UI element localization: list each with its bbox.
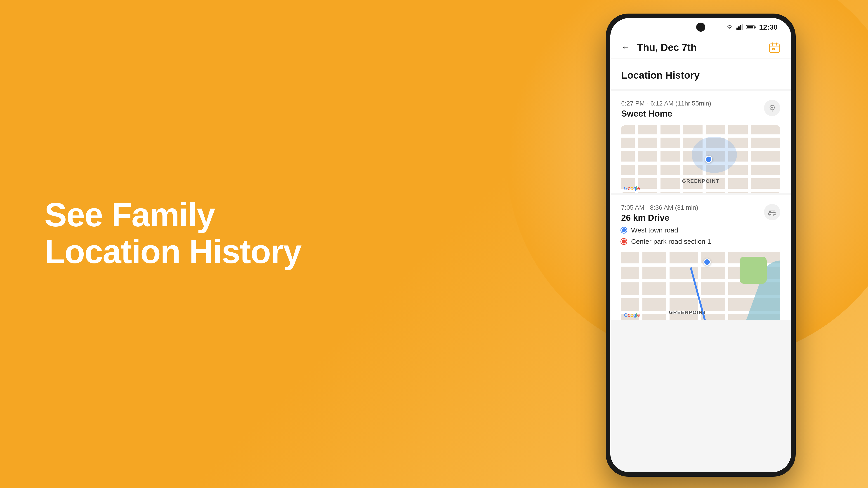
section-title: Location History	[621, 70, 780, 81]
svg-rect-0	[737, 28, 738, 30]
svg-rect-5	[747, 26, 753, 29]
route-to-label: Center park road section 1	[631, 238, 711, 246]
content-area: Location History 6:27 PM - 6:12 AM (11hr…	[610, 59, 791, 472]
map-label-1: GREENPOINT	[682, 178, 719, 184]
card-time-2: 7:05 AM - 8:36 AM (31 min)	[621, 204, 698, 211]
back-button[interactable]: ←	[621, 42, 630, 53]
sweet-home-map: GREENPOINT Google	[621, 125, 780, 193]
phone-mockup: 12:30 ← Thu, Dec 7th	[606, 13, 796, 477]
card-name-2: 26 km Drive	[621, 213, 698, 223]
camera-notch	[696, 23, 705, 32]
drive-card[interactable]: 7:05 AM - 8:36 AM (31 min) 26 km Drive	[610, 195, 791, 320]
battery-icon	[746, 25, 756, 30]
card-info-1: 6:27 PM - 6:12 AM (11hr 55min) Sweet Hom…	[621, 100, 711, 119]
road	[748, 125, 751, 193]
calendar-icon[interactable]	[769, 41, 780, 53]
road	[621, 189, 780, 192]
road	[657, 125, 660, 193]
wifi-icon	[726, 24, 733, 30]
pin-dot	[705, 156, 712, 163]
card-header-2: 7:05 AM - 8:36 AM (31 min) 26 km Drive	[621, 204, 780, 223]
card-header-1: 6:27 PM - 6:12 AM (11hr 55min) Sweet Hom…	[621, 100, 780, 119]
card-name-1: Sweet Home	[621, 109, 711, 119]
sweet-home-card[interactable]: 6:27 PM - 6:12 AM (11hr 55min) Sweet Hom…	[610, 91, 791, 193]
svg-rect-2	[740, 25, 741, 30]
svg-point-13	[771, 107, 773, 108]
nav-title: Thu, Dec 7th	[637, 42, 769, 53]
card-info-2: 7:05 AM - 8:36 AM (31 min) 26 km Drive	[621, 204, 698, 223]
nav-bar: ← Thu, Dec 7th	[610, 36, 791, 59]
svg-rect-10	[772, 48, 774, 50]
section-header: Location History	[610, 59, 791, 89]
map-label-2: GREENPOINT	[669, 310, 706, 315]
google-logo: Google	[624, 186, 640, 191]
car-icon	[764, 204, 780, 220]
route-end-dot	[621, 239, 627, 244]
location-radius	[692, 137, 737, 173]
card-time-1: 6:27 PM - 6:12 AM (11hr 55min)	[621, 100, 711, 107]
road	[621, 134, 780, 138]
phone-screen: 12:30 ← Thu, Dec 7th	[610, 18, 791, 472]
status-right: 12:30	[726, 23, 778, 31]
pin-dot-2	[704, 258, 711, 266]
google-logo-2: Google	[624, 312, 640, 318]
status-bar: 12:30	[610, 18, 791, 36]
route-from: West town road	[621, 226, 780, 234]
svg-rect-8	[772, 42, 773, 46]
svg-rect-9	[776, 42, 777, 46]
hero-text: See Family Location History	[44, 197, 301, 270]
svg-rect-11	[774, 48, 775, 50]
phone-frame: 12:30 ← Thu, Dec 7th	[606, 13, 796, 477]
route-to: Center park road section 1	[621, 238, 780, 246]
camera-notch-container	[696, 23, 705, 32]
drive-map: GREENPOINT Google	[621, 252, 780, 320]
hero-line1: See Family	[44, 197, 301, 233]
road	[621, 175, 780, 178]
svg-rect-6	[754, 26, 756, 28]
svg-rect-3	[742, 24, 743, 30]
route-start-dot	[621, 228, 627, 233]
road	[635, 125, 638, 193]
status-time: 12:30	[759, 23, 778, 31]
route-info: West town road Center park road section …	[621, 226, 780, 246]
road	[639, 252, 643, 320]
map-pin-2	[704, 258, 711, 266]
map-pin-1	[705, 156, 712, 163]
svg-rect-1	[738, 26, 740, 30]
location-pin-icon	[764, 100, 780, 116]
signal-icon	[737, 24, 743, 30]
hero-line2: Location History	[44, 233, 301, 270]
route-from-label: West town road	[631, 226, 678, 234]
road	[725, 252, 728, 320]
map-park	[740, 257, 767, 284]
